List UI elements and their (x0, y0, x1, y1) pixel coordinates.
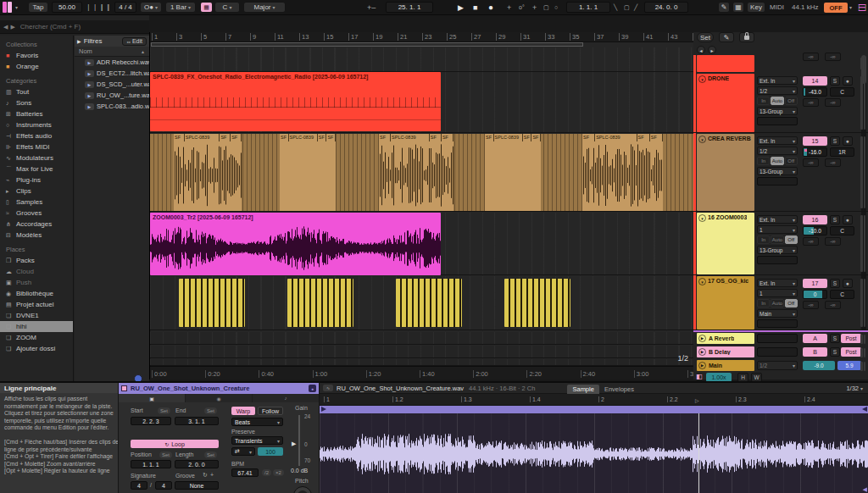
sidebar-item-favoris[interactable]: ■Favoris (0, 50, 73, 61)
sample-waveform-area[interactable]: ◀ (320, 413, 868, 493)
output-channel-box[interactable] (757, 177, 798, 186)
track-activator[interactable]: 14 (803, 76, 827, 86)
tap-tempo-button[interactable]: Tap (28, 2, 48, 13)
follow-icon[interactable]: +– (367, 2, 376, 13)
fold-icon[interactable]: ▾ (698, 136, 706, 143)
volume-field[interactable]: -16.0 (803, 147, 827, 157)
input-type-menu[interactable]: Ext. In▾ (757, 76, 798, 85)
arm-button[interactable]: ● (843, 279, 853, 288)
sidebar-item-grooves[interactable]: ≈Grooves (0, 208, 73, 219)
sidebar-item-samples[interactable]: ▯Samples (0, 197, 73, 208)
punch-region-icon[interactable]: ▢ (543, 2, 549, 13)
tempo-field[interactable]: 50.00 (52, 2, 82, 13)
clip-group-crea[interactable]: SFSPLC-0839SFSF (379, 134, 453, 211)
track-header-partial[interactable] (697, 55, 754, 72)
solo-button[interactable]: S (830, 334, 840, 343)
warp-toggle[interactable]: Warp (231, 407, 255, 415)
solo-button[interactable]: S (830, 76, 840, 86)
output-menu[interactable]: Main▾ (757, 309, 798, 318)
input-type-menu[interactable]: Ext. In▾ (757, 136, 798, 145)
clip-lock-icon[interactable]: ● (309, 385, 316, 392)
input-channel-menu[interactable]: 1/2▾ (757, 86, 798, 95)
file-list-item[interactable]: ▶DS_ECT2...litch.wav (75, 68, 149, 79)
main-header[interactable]: ▶Main (697, 360, 754, 371)
link-dropdown-icon[interactable]: ▾ (14, 2, 18, 13)
output-menu[interactable]: 13-Group▾ (757, 167, 798, 175)
solo-button[interactable]: S (830, 347, 840, 357)
volume-field[interactable]: -43.0 (803, 87, 827, 97)
pan-field[interactable]: C (830, 226, 854, 235)
bpm-field[interactable]: 67.41 (231, 468, 259, 477)
start-field[interactable]: 2. 2. 3 (131, 417, 171, 425)
track-activator[interactable]: 15 (803, 136, 827, 146)
sidebar-item-biblioth-que[interactable]: ◉Bibliothèque (0, 288, 73, 299)
clip-group-crea[interactable]: SFSPLC-0839SFSF (280, 134, 336, 211)
arrangement-position-field[interactable]: 25. 1. 1 (386, 2, 433, 13)
filters-expand-icon[interactable]: ▶ (77, 39, 81, 44)
input-channel-menu[interactable]: 1▾ (757, 225, 798, 234)
play-icon[interactable]: ▶ (698, 362, 706, 369)
time-signature-field[interactable]: 4 / 4 (114, 2, 136, 13)
return-activator[interactable]: B (803, 347, 827, 357)
file-list-item[interactable]: ▶SPLC-083...adio.wav (75, 101, 149, 112)
groove-amount-menu[interactable]: O●▾ (140, 2, 162, 13)
arm-button[interactable]: ● (843, 76, 853, 86)
monitor-switch[interactable]: InAutoOff (757, 157, 798, 165)
position-set-button[interactable]: Set (159, 451, 172, 458)
clip-zoom[interactable]: ZOOM0003_Tr2 [2025-06-09 165712] (150, 213, 441, 275)
sidebar-item-sons[interactable]: ♪Sons (0, 97, 73, 108)
scale-menu[interactable]: Major▾ (243, 2, 286, 13)
overdub-icon[interactable]: o° (519, 2, 525, 13)
lane-crea-reverb[interactable]: SFSPLC-0839SFSFSFSPLC-0839SFSFSFSPLC-083… (150, 134, 695, 212)
loop-brace[interactable] (151, 42, 583, 47)
preview-speaker-icon[interactable] (134, 374, 142, 381)
fold-icon[interactable]: ▾ (698, 278, 706, 285)
loop-toggle[interactable]: ↻Loop (131, 440, 219, 448)
draw-mode-icon[interactable]: ✎ (718, 2, 730, 13)
cue-out-menu[interactable]: 1/2▾ (757, 361, 798, 370)
new-icon[interactable]: + (507, 2, 511, 13)
session-record-icon[interactable]: ○ (554, 2, 558, 13)
browser-search[interactable]: ◀ ▶ Chercher (Cmd + F) (0, 20, 149, 34)
sample-beat-ruler[interactable]: ▷ 11.21.31.422.22.32.4 (320, 394, 868, 406)
sidebar-item-ajouter-dossi[interactable]: ❏Ajouter dossi (0, 343, 73, 354)
sidebar-item-instruments[interactable]: ○Instruments (0, 119, 73, 130)
loop-start-field[interactable]: 1. 1. 1 (566, 2, 610, 13)
sidebar-item-tout[interactable]: ▥Tout (0, 86, 73, 97)
track-header[interactable]: ▾17 OS_OG_kic (697, 276, 754, 330)
loop-end-marker[interactable] (862, 407, 867, 412)
start-set-button[interactable]: Set (158, 407, 170, 414)
monitor-switch[interactable]: InAutoOff (757, 299, 798, 307)
lane-return-b[interactable] (150, 346, 695, 358)
send-b[interactable]: -∞ (825, 301, 841, 309)
quantize-menu[interactable]: 1 Bar▾ (165, 2, 196, 13)
sidebar-item-effets-audio[interactable]: ⊣Effets audio (0, 130, 73, 141)
return-activator[interactable]: A (803, 334, 827, 343)
pan-field[interactable]: 1R (830, 147, 854, 157)
grid-menu[interactable]: 1/32▾ (846, 385, 863, 392)
play-icon[interactable]: ▶ (458, 2, 464, 13)
link-indicator[interactable] (3, 2, 7, 13)
monitor-switch[interactable]: InAutoOff (757, 97, 798, 105)
record-icon[interactable]: ● (488, 2, 493, 13)
tab-envelopes[interactable]: Envelopes (599, 385, 639, 394)
clip-group-kick[interactable] (396, 279, 462, 327)
link-indicator-2[interactable] (8, 2, 12, 13)
capture-icon[interactable]: + (532, 2, 537, 13)
lane-main[interactable] (150, 359, 695, 366)
draw-automation-icon[interactable]: ✎ (719, 32, 734, 42)
transient-envelope-field[interactable]: 100 (258, 447, 283, 456)
warp-markers[interactable] (150, 97, 441, 108)
track-header[interactable]: ▾CREA REVERB (697, 134, 754, 211)
volume-field[interactable]: -10.0 (803, 226, 827, 235)
lock-envelopes-icon[interactable] (739, 32, 754, 42)
solo-button[interactable]: S (830, 136, 840, 146)
sidebar-item-plug-ins[interactable]: ⌁Plug-ins (0, 174, 73, 186)
file-list-item[interactable]: ▶DS_SCD_...uter.wav (75, 79, 149, 90)
tab-sample[interactable]: Sample (567, 385, 598, 394)
send-a[interactable]: -∞ (803, 53, 819, 61)
sidebar-item-cloud[interactable]: ☁Cloud (0, 266, 73, 277)
sample-loop-bar[interactable] (320, 406, 868, 413)
transient-loop-mode-menu[interactable]: ⇄▾ (231, 447, 255, 456)
clip-drone[interactable]: SPLC-0839_FX_Oneshot_Radio_Electromagnet… (150, 72, 441, 131)
